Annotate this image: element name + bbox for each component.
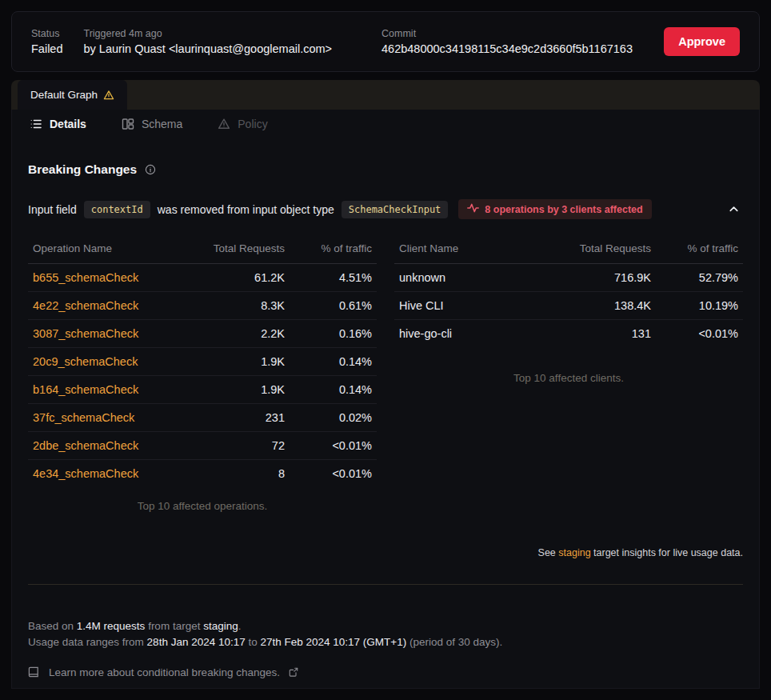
table-row: b164_schemaCheck 1.9K 0.14% (28, 376, 377, 404)
client-requests: 716.9K (555, 264, 656, 292)
operation-link[interactable]: 3087_schemaCheck (33, 327, 138, 340)
operation-traffic: 0.61% (290, 292, 377, 320)
tab-schema[interactable]: Schema (122, 118, 182, 130)
insights-note: See staging target insights for live usa… (28, 547, 743, 558)
operation-traffic: 0.02% (290, 404, 377, 432)
operation-requests: 8 (189, 460, 290, 488)
status-field: Status Failed (31, 28, 63, 55)
schema-check-page: Status Failed Triggered 4m ago by Laurin… (0, 0, 771, 689)
usage-line-requests: Based on 1.4M requests from target stagi… (28, 618, 743, 634)
col-traffic: % of traffic (656, 235, 743, 264)
operations-table: Operation Name Total Requests % of traff… (28, 235, 377, 487)
insights-note-pre: See (538, 547, 556, 558)
operation-link[interactable]: 37fc_schemaCheck (33, 411, 134, 424)
breaking-changes-title: Breaking Changes (28, 162, 743, 177)
operation-traffic: 4.51% (290, 264, 377, 292)
usage-range-prefix: Usage data ranges from (28, 636, 144, 648)
operation-requests: 72 (189, 432, 290, 460)
status-value: Failed (31, 42, 63, 55)
operation-link[interactable]: 4e34_schemaCheck (33, 467, 138, 480)
change-prefix: Input field (28, 203, 77, 216)
chevron-up-icon[interactable] (725, 200, 743, 218)
check-summary-card: Status Failed Triggered 4m ago by Laurin… (11, 11, 760, 72)
operation-link[interactable]: b655_schemaCheck (33, 271, 138, 284)
usage-request-count: 1.4M requests (77, 620, 146, 632)
operation-link[interactable]: b164_schemaCheck (33, 383, 138, 396)
breaking-changes-heading-text: Breaking Changes (28, 162, 137, 177)
table-row: 20c9_schemaCheck 1.9K 0.14% (28, 348, 377, 376)
operation-traffic: <0.01% (290, 460, 377, 488)
client-name: hive-go-cli (394, 320, 555, 348)
table-row: 37fc_schemaCheck 231 0.02% (28, 404, 377, 432)
table-row: 2dbe_schemaCheck 72 <0.01% (28, 432, 377, 460)
tab-policy-label: Policy (238, 118, 267, 130)
usage-summary: Based on 1.4M requests from target stagi… (28, 618, 743, 650)
graph-tab-strip: Default Graph (11, 80, 760, 110)
change-field-code: contextId (84, 201, 150, 218)
staging-link[interactable]: staging (558, 547, 590, 558)
book-icon (28, 666, 40, 678)
client-requests: 138.4K (555, 292, 656, 320)
graph-card-body: Details Schema (11, 110, 760, 689)
usage-range-start: 28th Jan 2024 10:17 (147, 636, 246, 648)
tab-policy[interactable]: Policy (218, 118, 267, 130)
tab-details[interactable]: Details (30, 118, 86, 130)
affected-tables: Operation Name Total Requests % of traff… (28, 235, 743, 512)
usage-based-mid: from target (148, 620, 200, 632)
clients-header-row: Client Name Total Requests % of traffic (394, 235, 743, 264)
table-row: 3087_schemaCheck 2.2K 0.16% (28, 320, 377, 348)
triggered-label: Triggered 4m ago (84, 28, 333, 39)
table-row: hive-go-cli 131 <0.01% (394, 320, 743, 348)
operation-link[interactable]: 4e22_schemaCheck (33, 299, 138, 312)
operation-link[interactable]: 20c9_schemaCheck (33, 355, 138, 368)
usage-based-prefix: Based on (28, 620, 74, 632)
operations-header-row: Operation Name Total Requests % of traff… (28, 235, 377, 264)
client-requests: 131 (555, 320, 656, 348)
usage-based-suffix: . (238, 620, 242, 632)
client-traffic: 52.79% (656, 264, 743, 292)
operation-traffic: 0.16% (290, 320, 377, 348)
warning-triangle-icon (218, 118, 230, 130)
graph-card: Default Graph (11, 80, 760, 689)
clients-table: Client Name Total Requests % of traffic … (394, 235, 743, 347)
operation-requests: 1.9K (189, 348, 290, 376)
approve-button[interactable]: Approve (664, 27, 740, 56)
insights-note-post: target insights for live usage data. (593, 547, 743, 558)
triggered-by: by Laurin Quast <laurinquast@googlemail.… (84, 42, 333, 55)
usage-range-mid: to (248, 636, 257, 648)
commit-hash: 462b48000c34198115c34e9c2d3660f5b1167163 (382, 42, 633, 55)
operation-link[interactable]: 2dbe_schemaCheck (33, 439, 138, 452)
usage-line-range: Usage data ranges from 28th Jan 2024 10:… (28, 634, 743, 650)
divider (28, 584, 743, 585)
client-name: unknown (394, 264, 555, 292)
usage-range-end: 27th Feb 2024 10:17 (GMT+1) (261, 636, 407, 648)
table-row: 4e22_schemaCheck 8.3K 0.61% (28, 292, 377, 320)
info-icon[interactable] (145, 164, 156, 175)
client-traffic: 10.19% (656, 292, 743, 320)
change-type-code: SchemaCheckInput (342, 201, 449, 218)
check-subnav: Details Schema (12, 110, 759, 140)
status-label: Status (31, 28, 63, 39)
learn-more-label: Learn more about conditional breaking ch… (49, 666, 280, 678)
operation-requests: 231 (189, 404, 290, 432)
col-operation-name: Operation Name (28, 235, 189, 264)
clients-note: Top 10 affected clients. (394, 359, 743, 384)
details-content: Breaking Changes Input field contextId w… (12, 140, 759, 678)
table-row: 4e34_schemaCheck 8 <0.01% (28, 460, 377, 488)
warning-icon (103, 90, 114, 101)
triggered-field: Triggered 4m ago by Laurin Quast <laurin… (84, 28, 333, 55)
col-total-requests: Total Requests (189, 235, 290, 264)
usage-range-suffix: (period of 30 days). (409, 636, 502, 648)
operation-requests: 8.3K (189, 292, 290, 320)
col-traffic: % of traffic (290, 235, 377, 264)
col-total-requests: Total Requests (555, 235, 656, 264)
operation-traffic: 0.14% (290, 348, 377, 376)
external-link-icon (289, 667, 298, 677)
tab-details-label: Details (50, 118, 86, 130)
affected-badge: 8 operations by 3 clients affected (458, 199, 651, 219)
operation-requests: 1.9K (189, 376, 290, 404)
tab-default-graph[interactable]: Default Graph (18, 80, 127, 110)
col-client-name: Client Name (394, 235, 555, 264)
learn-more-link[interactable]: Learn more about conditional breaking ch… (28, 666, 298, 678)
change-middle: was removed from input object type (158, 203, 334, 216)
